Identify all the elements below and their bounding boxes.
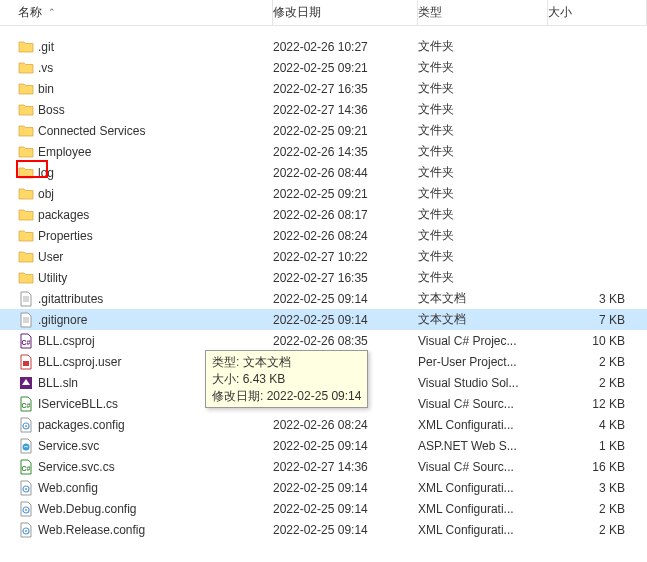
file-modified: 2022-02-26 08:24 [273, 418, 418, 432]
file-row[interactable]: C#BLL.csproj2022-02-26 08:35Visual C# Pr… [0, 330, 647, 351]
file-name: Utility [38, 271, 67, 285]
file-list: .git2022-02-26 10:27文件夹.vs2022-02-25 09:… [0, 26, 647, 546]
svg-point-5 [25, 425, 27, 427]
file-modified: 2022-02-26 10:27 [273, 40, 418, 54]
file-modified: 2022-02-25 09:14 [273, 502, 418, 516]
file-type: XML Configurati... [418, 523, 548, 537]
file-row[interactable]: .vs2022-02-25 09:21文件夹 [0, 57, 647, 78]
file-row[interactable]: Properties2022-02-26 08:24文件夹 [0, 225, 647, 246]
file-name: obj [38, 187, 54, 201]
file-size: 7 KB [548, 313, 647, 327]
column-header-type[interactable]: 类型 [418, 0, 548, 25]
file-row[interactable]: packages2022-02-26 08:17文件夹 [0, 204, 647, 225]
svg-point-11 [25, 509, 27, 511]
file-row[interactable]: Employee2022-02-26 14:35文件夹 [0, 141, 647, 162]
file-name: BLL.csproj.user [38, 355, 121, 369]
folder-icon [18, 249, 34, 265]
column-header-modified[interactable]: 修改日期 [273, 0, 418, 25]
folder-icon [18, 102, 34, 118]
file-row[interactable]: log2022-02-26 08:44文件夹 [0, 162, 647, 183]
file-name: Connected Services [38, 124, 145, 138]
file-modified: 2022-02-27 14:36 [273, 103, 418, 117]
file-name: Web.Debug.config [38, 502, 137, 516]
file-size: 2 KB [548, 502, 647, 516]
file-modified: 2022-02-25 09:21 [273, 61, 418, 75]
file-name: BLL.csproj [38, 334, 95, 348]
file-modified: 2022-02-27 16:35 [273, 82, 418, 96]
file-modified: 2022-02-25 09:14 [273, 523, 418, 537]
file-size: 16 KB [548, 460, 647, 474]
config-icon [18, 480, 34, 496]
file-name: log [38, 166, 54, 180]
file-row[interactable]: Web.Release.config2022-02-25 09:14XML Co… [0, 519, 647, 540]
folder-icon [18, 207, 34, 223]
file-type: 文件夹 [418, 143, 548, 160]
cs-icon: C# [18, 459, 34, 475]
file-row[interactable]: .git2022-02-26 10:27文件夹 [0, 36, 647, 57]
file-modified: 2022-02-26 08:44 [273, 166, 418, 180]
file-size: 12 KB [548, 397, 647, 411]
file-size: 4 KB [548, 418, 647, 432]
column-header-row: 名称⌃ 修改日期 类型 大小 [0, 0, 647, 26]
file-type: XML Configurati... [418, 418, 548, 432]
file-type: Visual C# Sourc... [418, 397, 548, 411]
file-row[interactable]: obj2022-02-25 09:21文件夹 [0, 183, 647, 204]
column-header-size[interactable]: 大小 [548, 0, 647, 25]
file-modified: 2022-02-26 08:24 [273, 229, 418, 243]
file-row[interactable]: Web.Debug.config2022-02-25 09:14XML Conf… [0, 498, 647, 519]
file-type: 文件夹 [418, 185, 548, 202]
file-row[interactable]: C#Service.svc.cs2022-02-27 14:36Visual C… [0, 456, 647, 477]
folder-icon [18, 39, 34, 55]
file-row[interactable]: .gitattributes2022-02-25 09:14文本文档3 KB [0, 288, 647, 309]
cs-icon: C# [18, 396, 34, 412]
svg-text:C#: C# [22, 339, 31, 346]
file-type: 文件夹 [418, 80, 548, 97]
file-modified: 2022-02-25 09:14 [273, 481, 418, 495]
file-row[interactable]: Utility2022-02-27 16:35文件夹 [0, 267, 647, 288]
file-modified: 2022-02-27 10:22 [273, 250, 418, 264]
file-row[interactable]: Service.svc2022-02-25 09:14ASP.NET Web S… [0, 435, 647, 456]
file-modified: 2022-02-27 16:35 [273, 271, 418, 285]
config-icon [18, 522, 34, 538]
file-type: 文件夹 [418, 59, 548, 76]
file-row[interactable]: Connected Services2022-02-25 09:21文件夹 [0, 120, 647, 141]
svg-text:C#: C# [22, 402, 31, 409]
file-size: 2 KB [548, 376, 647, 390]
file-name: .vs [38, 61, 53, 75]
file-row[interactable]: Boss2022-02-27 14:36文件夹 [0, 99, 647, 120]
column-header-name[interactable]: 名称⌃ [18, 0, 273, 25]
file-name: .gitignore [38, 313, 87, 327]
file-name: IServiceBLL.cs [38, 397, 118, 411]
text-icon [18, 291, 34, 307]
file-type: Visual C# Sourc... [418, 460, 548, 474]
file-row[interactable]: packages.config2022-02-26 08:24XML Confi… [0, 414, 647, 435]
file-name: User [38, 250, 63, 264]
file-type: 文件夹 [418, 101, 548, 118]
file-tooltip: 类型: 文本文档 大小: 6.43 KB 修改日期: 2022-02-25 09… [205, 350, 368, 408]
file-type: 文件夹 [418, 122, 548, 139]
folder-icon [18, 123, 34, 139]
folder-icon [18, 81, 34, 97]
file-row[interactable]: .gitignore2022-02-25 09:14文本文档7 KB [0, 309, 647, 330]
file-name: bin [38, 82, 54, 96]
file-name: packages [38, 208, 89, 222]
file-row[interactable]: bin2022-02-27 16:35文件夹 [0, 78, 647, 99]
file-type: XML Configurati... [418, 502, 548, 516]
file-name: Boss [38, 103, 65, 117]
file-name: Web.Release.config [38, 523, 145, 537]
file-type: Per-User Project... [418, 355, 548, 369]
file-size: 10 KB [548, 334, 647, 348]
file-type: Visual Studio Sol... [418, 376, 548, 390]
svg-point-13 [25, 530, 27, 532]
csproj-icon: C# [18, 333, 34, 349]
file-row[interactable]: User2022-02-27 10:22文件夹 [0, 246, 647, 267]
config-icon [18, 417, 34, 433]
file-size: 1 KB [548, 439, 647, 453]
file-type: 文件夹 [418, 206, 548, 223]
file-type: 文件夹 [418, 248, 548, 265]
file-size: 2 KB [548, 355, 647, 369]
file-row[interactable]: Web.config2022-02-25 09:14XML Configurat… [0, 477, 647, 498]
folder-icon [18, 60, 34, 76]
file-type: 文本文档 [418, 311, 548, 328]
folder-icon [18, 144, 34, 160]
